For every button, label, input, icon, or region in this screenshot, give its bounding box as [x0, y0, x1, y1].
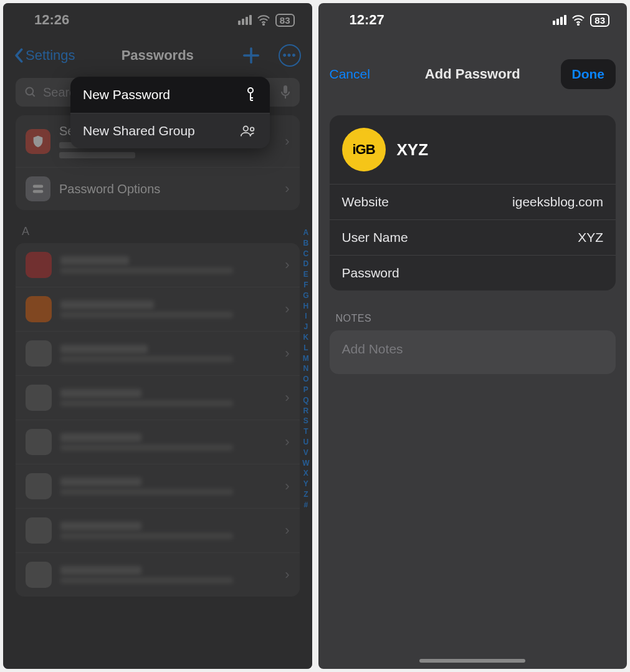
svg-point-3 — [26, 88, 34, 95]
chevron-left-icon — [14, 48, 24, 63]
menu-new-shared-group[interactable]: New Shared Group — [70, 113, 270, 148]
website-row[interactable]: Website igeeksblog.com — [330, 184, 616, 219]
password-list: › › › › › › › › — [16, 243, 300, 597]
nav-bar: Cancel Add Password Done — [318, 55, 628, 93]
cellular-signal-icon — [553, 15, 566, 25]
password-row[interactable]: Password — [330, 255, 616, 290]
card-header: iGB XYZ — [330, 115, 616, 184]
svg-point-14 — [251, 127, 254, 131]
plus-icon — [242, 46, 260, 65]
more-button[interactable]: ••• — [279, 44, 301, 67]
list-item[interactable]: › — [16, 420, 300, 464]
clock: 12:27 — [350, 12, 384, 28]
list-item[interactable]: › — [16, 243, 300, 287]
menu-label: New Password — [83, 87, 170, 102]
battery-indicator: 83 — [275, 14, 295, 27]
back-to-settings[interactable]: Settings — [14, 47, 75, 64]
password-card: iGB XYZ Website igeeksblog.com User Name… — [330, 115, 616, 290]
battery-indicator: 83 — [590, 14, 609, 27]
clock: 12:26 — [34, 12, 69, 28]
username-value: XYZ — [578, 230, 603, 245]
key-icon — [244, 87, 257, 103]
website-label: Website — [342, 194, 389, 209]
list-item[interactable]: › — [16, 331, 300, 375]
alphabet-index[interactable]: ABCDEFGHIJKLMNOPQRSTUVWXYZ# — [302, 228, 309, 511]
back-label: Settings — [26, 47, 75, 64]
password-label: Password — [342, 266, 399, 281]
svg-rect-7 — [33, 185, 44, 188]
done-button[interactable]: Done — [561, 59, 616, 89]
mic-icon[interactable] — [280, 85, 291, 100]
cellular-signal-icon — [238, 15, 252, 25]
toggles-icon — [26, 176, 50, 201]
list-item[interactable]: › — [16, 508, 300, 552]
svg-point-9 — [248, 88, 253, 93]
nav-bar: Settings Passwords ••• — [3, 37, 312, 74]
screenshot-passwords-list: 12:26 83 Settings Passwords ••• Search — [3, 3, 312, 669]
search-icon — [24, 86, 37, 98]
svg-point-13 — [244, 127, 248, 131]
notes-placeholder: Add Notes — [342, 342, 403, 356]
menu-label: New Shared Group — [83, 123, 195, 138]
home-indicator[interactable] — [419, 659, 525, 663]
svg-point-0 — [263, 24, 264, 25]
status-right: 83 — [553, 14, 609, 27]
svg-point-15 — [578, 24, 579, 25]
shield-alert-icon — [26, 129, 50, 154]
username-row[interactable]: User Name XYZ — [330, 219, 616, 255]
chevron-right-icon: › — [285, 181, 289, 197]
add-button[interactable] — [234, 38, 269, 73]
status-bar: 12:27 83 — [318, 3, 628, 37]
svg-rect-8 — [33, 190, 44, 193]
status-bar: 12:26 83 — [3, 3, 312, 37]
list-item[interactable]: › — [16, 375, 300, 420]
password-options-row[interactable]: Password Options › — [16, 167, 300, 210]
ellipsis-icon: ••• — [283, 49, 297, 62]
website-value: igeeksblog.com — [512, 194, 603, 209]
username-label: User Name — [342, 230, 408, 245]
password-options-label: Password Options — [59, 182, 276, 196]
people-icon — [240, 124, 257, 138]
entry-title: XYZ — [397, 140, 429, 160]
add-menu-popover: New Password New Shared Group — [70, 77, 270, 148]
menu-new-password[interactable]: New Password — [70, 77, 270, 113]
section-header-a: A — [22, 225, 294, 238]
svg-line-4 — [32, 94, 35, 97]
svg-rect-5 — [284, 85, 287, 94]
list-item[interactable]: › — [16, 552, 300, 597]
list-item[interactable]: › — [16, 464, 300, 508]
site-logo: iGB — [342, 128, 386, 171]
screenshot-add-password: 12:27 83 Cancel Add Password Done iGB XY… — [318, 3, 628, 669]
wifi-icon — [257, 14, 270, 26]
cancel-button[interactable]: Cancel — [330, 67, 370, 82]
status-right: 83 — [238, 14, 295, 27]
notes-field[interactable]: Add Notes — [330, 330, 616, 374]
list-item[interactable]: › — [16, 287, 300, 331]
notes-section-header: NOTES — [336, 313, 610, 324]
wifi-icon — [571, 14, 585, 26]
chevron-right-icon: › — [285, 133, 289, 150]
